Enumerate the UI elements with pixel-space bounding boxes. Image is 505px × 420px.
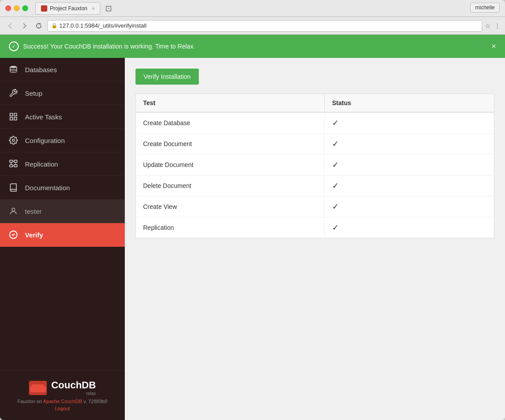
test-status: ✓	[325, 175, 494, 196]
footer-info: Fauxton on Apache CouchDB v. 72889b8	[9, 399, 116, 404]
browser-menu-btn[interactable]: ⋮	[494, 22, 501, 29]
sidebar-label-configuration: Configuration	[25, 137, 65, 144]
sidebar-item-tester[interactable]: tester	[0, 200, 125, 223]
sidebar-label-verify: Verify	[25, 231, 43, 239]
bookmark-btn[interactable]: ☆	[485, 22, 491, 29]
table-row: Create View ✓	[136, 196, 494, 217]
main-content: Verify Installation Test Status Create D…	[125, 58, 505, 420]
svg-rect-7	[14, 160, 17, 163]
browser-tab[interactable]: Project Fauxton ×	[35, 2, 100, 15]
test-name: Update Document	[136, 155, 325, 175]
refresh-btn[interactable]	[33, 20, 45, 32]
wrench-icon	[8, 88, 19, 98]
user-icon	[8, 206, 19, 216]
tab-favicon	[41, 5, 47, 12]
col-status-header: Status	[325, 94, 494, 113]
test-name: Create Database	[136, 112, 325, 134]
close-window-btn[interactable]	[5, 5, 11, 11]
success-banner: ✓ Success! Your CouchDB installation is …	[0, 35, 505, 58]
svg-rect-4	[10, 118, 13, 120]
svg-rect-16	[32, 384, 44, 390]
svg-rect-3	[14, 118, 17, 120]
footer-info-text: Fauxton on	[17, 399, 43, 404]
apache-couchdb-link[interactable]: Apache CouchDB	[43, 399, 82, 404]
back-btn[interactable]	[4, 20, 16, 32]
sidebar-item-databases[interactable]: Databases	[0, 58, 125, 82]
sidebar-item-setup[interactable]: Setup	[0, 82, 125, 105]
logo-couchdb: CouchDB	[51, 379, 96, 391]
sidebar-label-tester: tester	[25, 208, 42, 215]
sidebar-label-databases: Databases	[25, 66, 57, 73]
tasks-icon	[8, 111, 19, 122]
tab-title: Project Fauxton	[50, 5, 87, 12]
maximize-window-btn[interactable]	[22, 5, 28, 11]
sidebar-item-active-tasks[interactable]: Active Tasks	[0, 105, 125, 129]
test-status: ✓	[325, 196, 494, 217]
logout-link[interactable]: Logout	[9, 406, 116, 411]
test-status: ✓	[325, 217, 494, 238]
new-tab-btn[interactable]: ⊡	[103, 3, 114, 14]
test-name: Replication	[136, 217, 325, 238]
couchdb-logo: CouchDB relax	[9, 379, 116, 396]
minimize-window-btn[interactable]	[14, 5, 20, 11]
table-row: Create Document ✓	[136, 134, 494, 155]
forward-btn[interactable]	[19, 20, 30, 32]
verify-table: Test Status Create Database ✓ Create Doc…	[135, 94, 494, 238]
sidebar: Databases Setup Active Tas	[0, 58, 125, 420]
sidebar-item-configuration[interactable]: Configuration	[0, 129, 125, 152]
traffic-lights	[5, 5, 28, 11]
database-icon	[8, 64, 19, 75]
success-icon: ✓	[9, 41, 19, 51]
banner-close-btn[interactable]: ×	[491, 42, 496, 51]
sidebar-label-documentation: Documentation	[25, 184, 70, 192]
verify-icon	[8, 229, 19, 240]
browser-toolbar: 🔒 127.0.0.1:5984/_utils/#verifyinstall ☆…	[0, 17, 505, 35]
footer-version: v. 72889b8	[82, 399, 107, 404]
couch-icon	[29, 381, 47, 395]
test-status: ✓	[325, 112, 494, 134]
url-bar[interactable]: 🔒 127.0.0.1:5984/_utils/#verifyinstall	[47, 20, 482, 32]
sidebar-item-verify[interactable]: Verify	[0, 223, 125, 247]
table-row: Replication ✓	[136, 217, 494, 238]
url-text: 127.0.0.1:5984/_utils/#verifyinstall	[59, 22, 147, 29]
sidebar-footer: CouchDB relax Fauxton on Apache CouchDB …	[0, 370, 125, 420]
sidebar-nav: Databases Setup Active Tas	[0, 58, 125, 370]
svg-point-10	[12, 208, 15, 211]
user-menu-btn[interactable]: michelle	[470, 3, 500, 12]
svg-point-5	[12, 139, 15, 142]
svg-rect-8	[10, 165, 13, 167]
table-row: Delete Document ✓	[136, 175, 494, 196]
table-row: Update Document ✓	[136, 155, 494, 175]
main-layout: Databases Setup Active Tas	[0, 58, 505, 420]
book-icon	[8, 182, 19, 193]
sidebar-item-documentation[interactable]: Documentation	[0, 176, 125, 200]
svg-rect-1	[10, 114, 13, 116]
gear-icon	[8, 135, 19, 146]
sidebar-item-replication[interactable]: Replication	[0, 152, 125, 176]
browser-window: Project Fauxton × ⊡ michelle 🔒 127.0.0.1…	[0, 0, 505, 420]
svg-rect-6	[10, 160, 13, 163]
banner-message: Success! Your CouchDB installation is wo…	[23, 43, 487, 50]
logo-text-group: CouchDB relax	[51, 379, 96, 396]
svg-rect-9	[14, 165, 17, 167]
sidebar-label-setup: Setup	[25, 90, 42, 97]
app-container: ✓ Success! Your CouchDB installation is …	[0, 35, 505, 420]
svg-point-0	[10, 66, 17, 68]
test-name: Create View	[136, 196, 325, 217]
col-test-header: Test	[136, 94, 325, 113]
verify-installation-btn[interactable]: Verify Installation	[135, 69, 199, 85]
tab-close-btn[interactable]: ×	[92, 6, 94, 11]
sidebar-label-replication: Replication	[25, 160, 58, 168]
lock-icon: 🔒	[51, 23, 57, 29]
svg-rect-2	[14, 114, 17, 116]
table-row: Create Database ✓	[136, 112, 494, 134]
tab-bar: Project Fauxton × ⊡	[35, 2, 500, 15]
logo-relax: relax	[51, 391, 96, 396]
sidebar-label-active-tasks: Active Tasks	[25, 113, 62, 121]
test-name: Create Document	[136, 134, 325, 155]
test-status: ✓	[325, 155, 494, 175]
title-bar: Project Fauxton × ⊡ michelle	[0, 0, 505, 17]
test-name: Delete Document	[136, 175, 325, 196]
replication-icon	[8, 159, 19, 169]
test-status: ✓	[325, 134, 494, 155]
